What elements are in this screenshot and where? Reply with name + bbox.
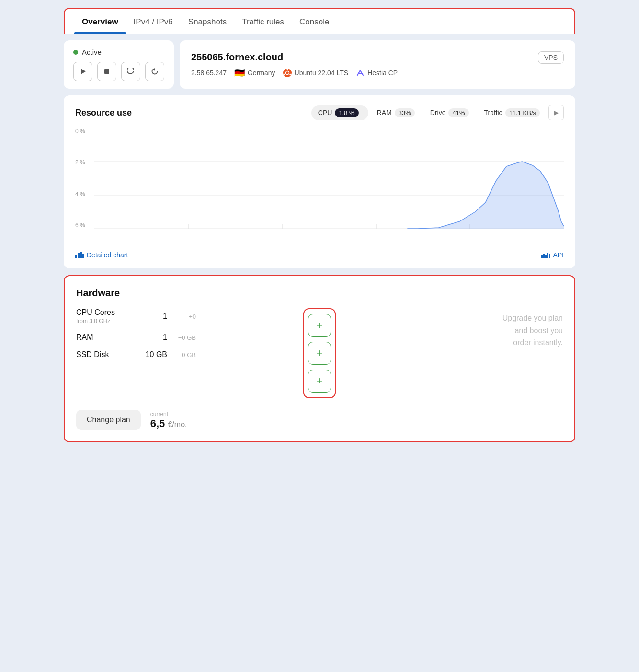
country-flag: 🇩🇪 (234, 68, 245, 78)
hardware-specs: CPU Cores from 3.0 GHz 1 +0 RAM 1 +0 GB (76, 308, 284, 398)
spec-name-disk: SSD Disk (76, 350, 134, 359)
status-row: Active (64, 34, 575, 95)
chart-y-labels: 6 % 4 % 2 % 0 % (75, 128, 94, 229)
cpu-chart: 6 % 4 % 2 % 0 % (75, 128, 564, 243)
price-unit: €/mo. (168, 420, 187, 429)
spec-value-cpu: 1 (134, 312, 167, 321)
stop-button[interactable] (97, 62, 116, 81)
spec-row-ram: RAM 1 +0 GB (76, 333, 284, 342)
panel-name: Hestia CP (367, 69, 398, 77)
api-label: API (553, 251, 564, 259)
chart-icon (75, 252, 84, 258)
traffic-tab-value: 11.1 KB/s (505, 108, 540, 117)
tab-overview[interactable]: Overview (74, 9, 126, 34)
svg-rect-20 (543, 254, 545, 258)
cpu-tab-label: CPU (318, 109, 332, 116)
svg-rect-19 (541, 255, 543, 258)
spec-value-ram: 1 (134, 333, 167, 342)
svg-rect-15 (75, 255, 77, 258)
svg-rect-23 (549, 254, 550, 258)
drive-tab-label: Drive (430, 109, 446, 116)
chart-footer: Detailed chart API (75, 247, 564, 259)
ram-tab-value: 33% (395, 108, 415, 117)
spec-value-disk: 10 GB (134, 350, 167, 359)
os-name: Ubuntu 22.04 LTS (295, 69, 349, 77)
resource-use-card: Resource use CPU 1.8 % RAM 33% Drive 41%… (64, 95, 575, 268)
status-actions-card: Active (64, 40, 174, 89)
tab-console[interactable]: Console (292, 9, 337, 34)
status-indicator: Active (73, 48, 164, 56)
api-link[interactable]: API (541, 251, 564, 259)
api-chart-icon (541, 252, 550, 258)
hardware-footer: Change plan current 6,5 €/mo. (76, 410, 563, 430)
spec-row-disk: SSD Disk 10 GB +0 GB (76, 350, 284, 359)
add-cpu-button[interactable]: + (308, 314, 331, 337)
server-meta: 2.58.65.247 🇩🇪 Germany Ubuntu 22.04 LTS (191, 68, 564, 78)
server-os: Ubuntu 22.04 LTS (283, 69, 349, 77)
resource-header: Resource use CPU 1.8 % RAM 33% Drive 41%… (75, 105, 564, 120)
spec-addon-cpu: +0 (167, 313, 196, 320)
spec-name-ram: RAM (76, 333, 134, 342)
chart-scroll-button[interactable]: ▶ (548, 105, 564, 120)
price-label: current (150, 411, 187, 417)
resource-metric-tabs: CPU 1.8 % RAM 33% Drive 41% Traffic 11.1… (311, 105, 564, 120)
svg-rect-1 (104, 69, 109, 74)
svg-point-6 (284, 73, 285, 75)
svg-rect-16 (78, 253, 80, 258)
ram-tab-label: RAM (377, 109, 392, 116)
svg-rect-21 (545, 255, 547, 258)
spec-sub-cpu: from 3.0 GHz (76, 318, 134, 324)
tab-traffic-rules[interactable]: Traffic rules (234, 9, 292, 34)
server-ip: 2.58.65.247 (191, 69, 227, 77)
svg-rect-18 (82, 254, 84, 258)
price-value: 6,5 €/mo. (150, 417, 187, 430)
svg-point-5 (289, 73, 291, 75)
drive-tab-value: 41% (448, 108, 468, 117)
svg-rect-22 (547, 253, 548, 258)
restart-button[interactable] (121, 62, 140, 81)
tab-snapshots[interactable]: Snapshots (181, 9, 234, 34)
active-dot (73, 50, 78, 55)
add-ram-button[interactable]: + (308, 342, 331, 365)
server-country: 🇩🇪 Germany (234, 68, 275, 78)
resource-title: Resource use (75, 108, 132, 118)
y-label-0: 0 % (75, 128, 94, 135)
traffic-tab-label: Traffic (484, 109, 502, 116)
tab-ram[interactable]: RAM 33% (370, 105, 422, 120)
y-label-2: 2 % (75, 159, 94, 166)
cpu-tab-value: 1.8 % (335, 108, 358, 117)
server-hostname: 255065.fornex.cloud (191, 52, 283, 63)
spec-addon-ram: +0 GB (167, 334, 196, 341)
hardware-body: CPU Cores from 3.0 GHz 1 +0 RAM 1 +0 GB (76, 308, 563, 398)
tab-drive[interactable]: Drive 41% (423, 105, 476, 120)
hardware-card: Hardware CPU Cores from 3.0 GHz 1 +0 RAM (64, 275, 575, 442)
hestia-icon (356, 69, 365, 77)
server-panel: Hestia CP (356, 69, 398, 77)
spec-row-cpu: CPU Cores from 3.0 GHz 1 +0 (76, 308, 284, 324)
server-info-card: 255065.fornex.cloud VPS 2.58.65.247 🇩🇪 G… (180, 40, 575, 89)
chart-svg-wrapper (94, 128, 564, 229)
detailed-chart-link[interactable]: Detailed chart (75, 251, 128, 259)
hardware-title: Hardware (76, 288, 563, 299)
spec-addon-disk: +0 GB (167, 351, 196, 359)
svg-rect-17 (80, 252, 82, 258)
action-buttons (73, 62, 164, 81)
price-block: current 6,5 €/mo. (150, 411, 187, 430)
add-buttons-col: + + + (303, 308, 336, 398)
tab-cpu[interactable]: CPU 1.8 % (311, 105, 368, 120)
play-button[interactable] (73, 62, 92, 81)
tab-traffic[interactable]: Traffic 11.1 KB/s (478, 105, 547, 120)
change-plan-button[interactable]: Change plan (76, 410, 141, 430)
upgrade-text: Upgrade you planand boost youorder insta… (355, 308, 563, 398)
country-name: Germany (248, 69, 275, 77)
spec-name-cpu: CPU Cores from 3.0 GHz (76, 308, 134, 324)
status-label: Active (82, 48, 102, 56)
add-disk-button[interactable]: + (308, 370, 331, 393)
chart-svg (94, 128, 564, 229)
tabs-nav: Overview IPv4 / IPv6 Snapshots Traffic r… (64, 8, 575, 34)
ubuntu-icon (283, 69, 292, 77)
detailed-chart-label: Detailed chart (87, 251, 128, 259)
tab-ipv4-ipv6[interactable]: IPv4 / IPv6 (126, 9, 181, 34)
reboot-button[interactable] (145, 62, 164, 81)
svg-marker-0 (81, 69, 86, 74)
